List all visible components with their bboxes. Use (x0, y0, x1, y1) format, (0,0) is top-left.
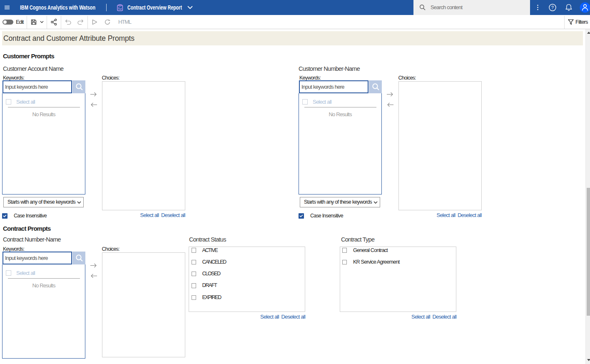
svg-text:?: ? (551, 5, 554, 10)
